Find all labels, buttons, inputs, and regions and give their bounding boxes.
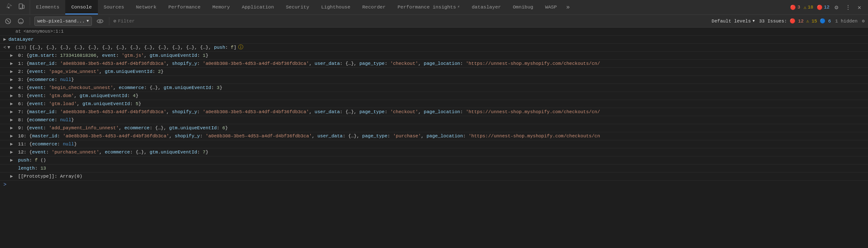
expand-triangle-main[interactable]: ▼ bbox=[8, 44, 13, 51]
tab-omnibug[interactable]: Omnibug bbox=[507, 0, 539, 14]
more-options-button[interactable]: ⋮ bbox=[843, 3, 853, 12]
warn-count: 18 bbox=[808, 5, 813, 10]
expand-5[interactable]: ▶ bbox=[10, 92, 15, 99]
default-levels-dropdown[interactable]: Default levels ▼ bbox=[712, 19, 755, 24]
warn-count-badge: ⚠ 18 bbox=[804, 5, 813, 10]
inspect-icon[interactable] bbox=[5, 2, 14, 12]
expand-8[interactable]: ▶ bbox=[10, 117, 15, 123]
tab-bar: Elements Console Sources Network Perform… bbox=[0, 0, 868, 15]
tab-network[interactable]: Network bbox=[130, 0, 162, 14]
tab-console[interactable]: Console bbox=[65, 0, 97, 14]
console-line-push[interactable]: ▶ push: f () bbox=[0, 156, 868, 164]
chevron-down-icon: ▼ bbox=[86, 19, 89, 23]
issues-label: 33 Issues: bbox=[759, 19, 787, 24]
filter-icon: ⊘ bbox=[114, 18, 117, 24]
filter-toggle-button[interactable] bbox=[16, 17, 25, 26]
tab-performance[interactable]: Performance bbox=[162, 0, 206, 14]
issues-error-count: 12 bbox=[798, 19, 804, 24]
prompt-icon: > bbox=[3, 182, 6, 188]
svg-point-9 bbox=[99, 20, 101, 22]
console-input[interactable] bbox=[9, 182, 865, 187]
console-line-10[interactable]: ▶ 10: {master_id: 'a0e8b308-3be5-4d53-a4… bbox=[0, 132, 868, 140]
console-output: at <anonymous>:1:1 ▶ dataLayer < ▼ (13) … bbox=[0, 28, 868, 248]
svg-rect-2 bbox=[22, 5, 24, 8]
issues-warn-count: 15 bbox=[812, 19, 817, 24]
console-line-prototype[interactable]: ▶ [[Prototype]]: Array(0) bbox=[0, 173, 868, 181]
svg-point-8 bbox=[97, 20, 103, 23]
issues-count: 33 Issues: 🔴 12 ⚠ 15 🔵 6 bbox=[759, 18, 831, 24]
info-count-icon: 🔴 bbox=[817, 5, 823, 10]
expand-4[interactable]: ▶ bbox=[10, 84, 15, 91]
console-prompt[interactable]: > bbox=[0, 181, 868, 189]
settings-button[interactable]: ⚙ bbox=[833, 3, 840, 12]
expand-icon[interactable]: ▶ bbox=[3, 36, 8, 43]
svg-point-0 bbox=[8, 7, 9, 8]
filter-input[interactable] bbox=[118, 19, 203, 24]
filter-container: ⊘ bbox=[114, 18, 708, 24]
console-line-array-root[interactable]: < ▼ (13) [{…}, {…}, {…}, {…}, {…}, {…}, … bbox=[0, 44, 868, 52]
console-line-3[interactable]: ▶ 3: {ecommerce: null} bbox=[0, 76, 868, 84]
settings-icon-right[interactable]: ⚙ bbox=[862, 18, 865, 24]
chevron-down-icon-2: ▼ bbox=[753, 19, 755, 23]
eye-button[interactable] bbox=[95, 17, 105, 26]
console-line-6[interactable]: ▶ 6: {event: 'gtm.load', gtm.uniqueEvent… bbox=[0, 100, 868, 108]
tab-recorder[interactable]: Recorder bbox=[356, 0, 392, 14]
console-line-11[interactable]: ▶ 11: {ecommerce: null} bbox=[0, 140, 868, 148]
console-line-2[interactable]: ▶ 2: {event: 'page_view_unnest', gtm.uni… bbox=[0, 68, 868, 76]
expand-0[interactable]: ▶ bbox=[10, 52, 15, 59]
error-count-badge: 🔴 3 bbox=[790, 5, 800, 10]
expand-prototype[interactable]: ▶ bbox=[10, 173, 15, 180]
console-line-7[interactable]: ▶ 7: {master_id: 'a0e8b308-3be5-4d53-a4d… bbox=[0, 108, 868, 116]
expand-11[interactable]: ▶ bbox=[10, 141, 15, 148]
expand-7[interactable]: ▶ bbox=[10, 109, 15, 115]
context-selector[interactable]: web-pixel-sand... ▼ bbox=[34, 17, 92, 26]
expand-12[interactable]: ▶ bbox=[10, 149, 15, 156]
svg-point-6 bbox=[18, 19, 23, 24]
tab-perf-insights[interactable]: Performance insights ⚡ bbox=[392, 0, 466, 14]
expand-3[interactable]: ▶ bbox=[10, 76, 15, 83]
expand-2[interactable]: ▶ bbox=[10, 68, 15, 75]
info-count: 12 bbox=[824, 5, 829, 10]
context-value: web-pixel-sand... bbox=[37, 19, 85, 24]
console-line-0[interactable]: ▶ 0: {gtm.start: 1733416818206, event: '… bbox=[0, 52, 868, 60]
error-count: 3 bbox=[797, 5, 800, 10]
default-levels-label: Default levels bbox=[712, 19, 751, 24]
console-line-4[interactable]: ▶ 4: {event: 'begin_checkout_unnest', ec… bbox=[0, 84, 868, 92]
devtools-icons bbox=[2, 0, 30, 14]
error-icon: 🔴 bbox=[790, 5, 796, 10]
tab-elements[interactable]: Elements bbox=[30, 0, 65, 14]
console-line-source: at <anonymous>:1:1 bbox=[0, 28, 868, 36]
console-line-5[interactable]: ▶ 5: {event: 'gtm.dom', gtm.uniqueEventI… bbox=[0, 92, 868, 100]
warn-icon: ⚠ bbox=[804, 5, 807, 10]
issues-info-count: 6 bbox=[828, 19, 831, 24]
tab-lighthouse[interactable]: Lighthouse bbox=[315, 0, 356, 14]
expand-6[interactable]: ▶ bbox=[10, 100, 15, 107]
device-icon[interactable] bbox=[17, 2, 26, 12]
expand-10[interactable]: ▶ bbox=[10, 133, 15, 139]
tab-memory[interactable]: Memory bbox=[206, 0, 236, 14]
tab-dataslayer[interactable]: dataslayer bbox=[466, 0, 507, 14]
expand-1[interactable]: ▶ bbox=[10, 60, 15, 67]
hidden-count: 1 hidden bbox=[835, 19, 858, 24]
info-count-badge: 🔴 12 bbox=[817, 5, 829, 10]
console-line-datalayer-label[interactable]: ▶ dataLayer bbox=[0, 36, 868, 44]
tab-wasp[interactable]: WASP bbox=[539, 0, 563, 14]
console-line-12[interactable]: ▶ 12: {event: 'purchase_unnest', ecommer… bbox=[0, 148, 868, 156]
close-button[interactable]: ✕ bbox=[856, 3, 863, 12]
clear-console-button[interactable] bbox=[3, 17, 13, 26]
expand-push[interactable]: ▶ bbox=[10, 157, 15, 164]
console-line-9[interactable]: ▶ 9: {event: 'add_payment_info_unnest', … bbox=[0, 124, 868, 132]
tab-application[interactable]: Application bbox=[236, 0, 280, 14]
tab-sources[interactable]: Sources bbox=[98, 0, 130, 14]
tab-bar-right: 🔴 3 ⚠ 18 🔴 12 ⚙ ⋮ ✕ bbox=[787, 3, 866, 12]
console-line-8[interactable]: ▶ 8: {ecommerce: null} bbox=[0, 116, 868, 124]
toolbar-right: Default levels ▼ 33 Issues: 🔴 12 ⚠ 15 🔵 … bbox=[712, 18, 865, 24]
tab-security[interactable]: Security bbox=[280, 0, 315, 14]
issues-error-icon: 🔴 bbox=[790, 18, 796, 24]
console-line-length: length: 13 bbox=[0, 164, 868, 173]
svg-point-3 bbox=[20, 8, 21, 8]
console-line-1[interactable]: ▶ 1: {master_id: 'a0e8b308-3be5-4d53-a4d… bbox=[0, 60, 868, 68]
main-tabs: Elements Console Sources Network Perform… bbox=[30, 0, 787, 14]
more-tabs-button[interactable]: » bbox=[563, 4, 573, 11]
expand-9[interactable]: ▶ bbox=[10, 125, 15, 131]
